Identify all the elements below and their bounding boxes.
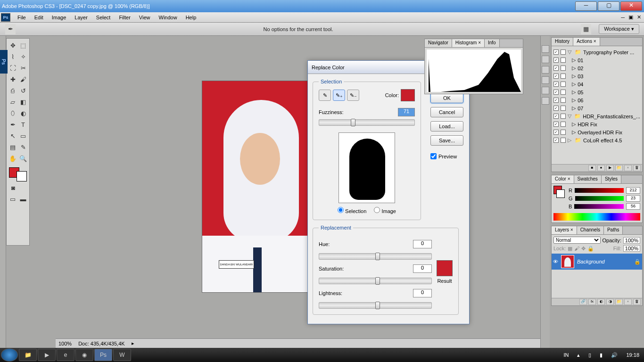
layer-thumbnail[interactable] [561, 255, 574, 268]
tab-color[interactable]: Color × [552, 175, 574, 183]
start-orb[interactable] [1, 348, 18, 362]
hue-slider[interactable] [319, 253, 432, 260]
taskbar-photoshop-icon[interactable]: Ps [94, 349, 112, 361]
action-item[interactable]: ✓ ▷ 01 [553, 56, 640, 64]
spectrum-bar[interactable] [553, 213, 640, 221]
taskbar-ie-icon[interactable]: e [57, 349, 74, 361]
taskbar-word-icon[interactable]: W [113, 349, 131, 361]
result-color-swatch[interactable] [437, 260, 453, 276]
eyedropper-tool[interactable]: ✎ [18, 142, 28, 152]
action-item[interactable]: ✓ ▷ HDR Fix [553, 120, 640, 128]
mask-icon[interactable]: ◐ [597, 299, 605, 305]
tab-info[interactable]: Info [485, 39, 500, 47]
pen-tool[interactable]: ✒ [8, 119, 17, 130]
eyedropper-add-icon[interactable]: ✎₊ [333, 90, 345, 101]
action-item[interactable]: ✓ ▷ 02 [553, 64, 640, 72]
status-arrow-icon[interactable]: ▸ [132, 340, 134, 346]
eyedropper-sub-icon[interactable]: ✎₋ [347, 90, 359, 101]
quickmask-button[interactable]: ◙ [8, 182, 18, 193]
lasso-tool[interactable]: ⌇ [8, 51, 17, 62]
type-tool[interactable]: T [18, 119, 28, 130]
screenmode-button[interactable]: ▭ [8, 194, 17, 204]
document[interactable]: DANDA EKI WULANDARI [202, 81, 311, 293]
menu-filter[interactable]: Filter [115, 15, 134, 20]
language-indicator[interactable]: IN [560, 352, 572, 358]
radio-selection[interactable]: Selection [338, 207, 366, 214]
tab-layers[interactable]: Layers × [552, 226, 577, 234]
g-slider[interactable] [575, 196, 624, 201]
zoom-tool[interactable]: 🔍 [18, 153, 28, 164]
ok-button[interactable]: OK [430, 93, 463, 103]
ps-tab-icon[interactable]: Ps [0, 50, 8, 74]
doc-restore-button[interactable]: ▣ [627, 14, 635, 20]
action-item[interactable]: ✓ ▷ 07 [553, 104, 640, 112]
taskbar-player-icon[interactable]: ▶ [38, 349, 56, 361]
menu-window[interactable]: Window [155, 15, 182, 20]
dock-icon-5[interactable] [542, 87, 549, 94]
menu-layer[interactable]: Layer [70, 15, 92, 20]
clock[interactable]: 19:18 [622, 352, 643, 358]
tab-channels[interactable]: Channels [577, 226, 604, 234]
new-icon[interactable]: ▫ [624, 165, 632, 171]
tab-actions[interactable]: Actions × [573, 38, 600, 46]
crop-tool[interactable]: ⛶ [8, 63, 17, 73]
background-color[interactable] [17, 171, 27, 181]
delete-layer-icon[interactable]: 🗑 [633, 299, 641, 305]
minimize-button[interactable]: ─ [575, 1, 597, 11]
tray-battery-icon[interactable]: ▯ [585, 352, 595, 358]
tray-flag-icon[interactable]: ▴ [573, 352, 584, 358]
saturation-slider[interactable] [319, 278, 432, 284]
action-set-2[interactable]: ✓▽📁 HDR_Fantasticalizers_... [553, 112, 640, 120]
lightness-input[interactable]: 0 [413, 289, 432, 297]
load-button[interactable]: Load... [430, 121, 463, 132]
marquee-tool[interactable]: ⬚ [18, 40, 28, 50]
save-button[interactable]: Save... [430, 135, 463, 146]
selection-color-swatch[interactable] [401, 89, 415, 101]
move-tool[interactable]: ✥ [8, 40, 17, 50]
fill-value[interactable]: 100% [623, 245, 640, 252]
eraser-tool[interactable]: ▱ [8, 97, 17, 107]
brush-tool[interactable]: 🖌 [18, 74, 28, 84]
gradient-tool[interactable]: ◧ [18, 97, 28, 107]
tab-histogram[interactable]: Histogram × [452, 39, 485, 47]
taskbar-explorer-icon[interactable]: 📁 [19, 349, 37, 361]
fuzziness-input[interactable]: 71 [398, 108, 415, 116]
saturation-input[interactable]: 0 [413, 264, 432, 273]
menu-file[interactable]: File [13, 15, 30, 20]
workspace-menu[interactable]: Workspace ▾ [599, 24, 639, 34]
shape-tool[interactable]: ▭ [18, 131, 28, 141]
menu-image[interactable]: Image [48, 15, 71, 20]
action-set-3[interactable]: ✓▷📁 CoLoR effect 4.5 [553, 136, 640, 144]
play-icon[interactable]: ▶ [606, 165, 614, 171]
menu-help[interactable]: Help [182, 15, 201, 20]
notes-tool[interactable]: ▤ [8, 142, 17, 152]
tray-volume-icon[interactable]: 🔊 [607, 352, 621, 358]
r-slider[interactable] [575, 188, 624, 193]
lock-position-icon[interactable]: ✥ [581, 246, 586, 252]
fuzziness-slider[interactable] [319, 119, 415, 126]
zoom-level[interactable]: 100% [58, 341, 72, 346]
tab-navigator[interactable]: Navigator [425, 39, 452, 47]
opacity-value[interactable]: 100% [623, 237, 640, 244]
color-bg-swatch[interactable] [556, 189, 565, 198]
b-slider[interactable] [574, 204, 624, 209]
group-icon[interactable]: 📁 [615, 299, 623, 305]
taskbar-chrome-icon[interactable]: ◉ [75, 349, 93, 361]
lock-transparent-icon[interactable]: ▦ [568, 246, 572, 252]
dock-icon-1[interactable] [542, 45, 549, 53]
g-value[interactable]: 23 [626, 195, 640, 202]
blur-tool[interactable]: ⬯ [8, 108, 17, 118]
dock-icon-2[interactable] [542, 56, 549, 63]
lock-all-icon[interactable]: 🔒 [587, 246, 594, 252]
close-window-button[interactable]: ✕ [620, 1, 642, 11]
hand-tool[interactable]: ✋ [8, 153, 17, 164]
record-icon[interactable]: ● [597, 165, 605, 171]
lightness-slider[interactable] [319, 302, 432, 309]
dock-icon-3[interactable] [542, 66, 549, 74]
eyedropper-icon[interactable]: ✎ [319, 90, 331, 101]
preview-checkbox[interactable] [430, 153, 437, 159]
tab-swatches[interactable]: Swatches [574, 175, 602, 183]
doc-close-button[interactable]: ✕ [635, 14, 643, 20]
new-layer-icon[interactable]: ▫ [624, 299, 632, 305]
tab-history[interactable]: History [552, 38, 573, 46]
